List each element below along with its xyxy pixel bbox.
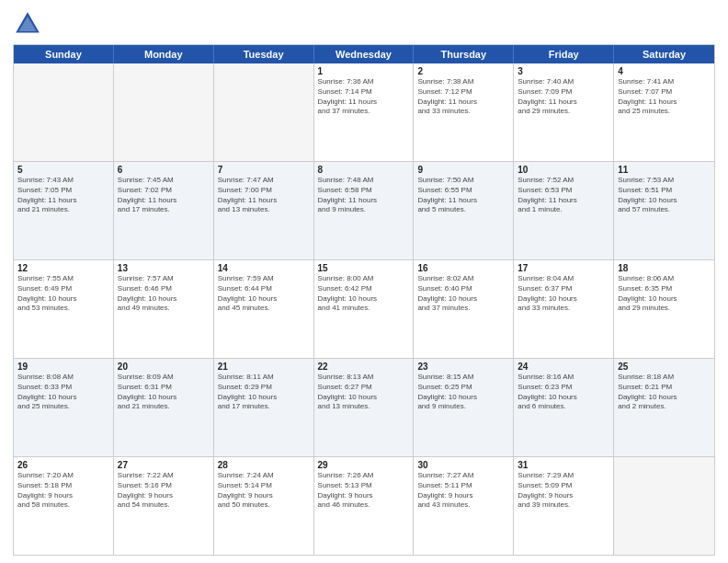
day-info: Sunrise: 7:26 AM Sunset: 5:13 PM Dayligh… — [318, 471, 410, 511]
calendar-cell: 22Sunrise: 8:13 AM Sunset: 6:27 PM Dayli… — [314, 359, 415, 456]
calendar-cell: 10Sunrise: 7:52 AM Sunset: 6:53 PM Dayli… — [514, 162, 614, 259]
calendar-cell — [214, 63, 314, 161]
day-number: 7 — [218, 165, 310, 175]
day-number: 10 — [518, 165, 609, 175]
day-info: Sunrise: 8:11 AM Sunset: 6:29 PM Dayligh… — [218, 373, 310, 412]
calendar-week: 12Sunrise: 7:55 AM Sunset: 6:49 PM Dayli… — [14, 260, 714, 359]
day-info: Sunrise: 7:52 AM Sunset: 6:53 PM Dayligh… — [518, 176, 609, 215]
calendar-week: 19Sunrise: 8:08 AM Sunset: 6:33 PM Dayli… — [14, 359, 714, 457]
day-number: 9 — [417, 165, 509, 175]
day-info: Sunrise: 7:57 AM Sunset: 6:46 PM Dayligh… — [118, 274, 210, 314]
day-number: 4 — [618, 66, 711, 76]
day-number: 18 — [618, 263, 711, 273]
calendar-body: 1Sunrise: 7:36 AM Sunset: 7:14 PM Daylig… — [14, 63, 714, 555]
calendar-cell: 3Sunrise: 7:40 AM Sunset: 7:09 PM Daylig… — [514, 63, 614, 161]
calendar-cell: 8Sunrise: 7:48 AM Sunset: 6:58 PM Daylig… — [314, 162, 415, 259]
day-number: 3 — [518, 66, 609, 76]
calendar-cell: 7Sunrise: 7:47 AM Sunset: 7:00 PM Daylig… — [214, 162, 314, 259]
weekday-header: Sunday — [14, 45, 114, 63]
day-info: Sunrise: 7:48 AM Sunset: 6:58 PM Dayligh… — [318, 176, 410, 215]
day-number: 15 — [318, 263, 410, 273]
calendar-cell: 28Sunrise: 7:24 AM Sunset: 5:14 PM Dayli… — [214, 457, 314, 555]
day-info: Sunrise: 8:09 AM Sunset: 6:31 PM Dayligh… — [118, 373, 210, 412]
day-number: 2 — [417, 66, 509, 76]
day-number: 20 — [118, 362, 210, 372]
day-number: 16 — [417, 263, 509, 273]
day-number: 31 — [518, 460, 609, 470]
day-info: Sunrise: 7:50 AM Sunset: 6:55 PM Dayligh… — [417, 176, 509, 215]
day-info: Sunrise: 7:20 AM Sunset: 5:18 PM Dayligh… — [17, 471, 109, 511]
calendar-cell — [14, 63, 114, 161]
calendar-cell: 20Sunrise: 8:09 AM Sunset: 6:31 PM Dayli… — [114, 359, 214, 456]
day-info: Sunrise: 7:22 AM Sunset: 5:16 PM Dayligh… — [118, 471, 210, 511]
calendar-cell: 21Sunrise: 8:11 AM Sunset: 6:29 PM Dayli… — [214, 359, 314, 456]
calendar-cell: 19Sunrise: 8:08 AM Sunset: 6:33 PM Dayli… — [14, 359, 114, 456]
day-number: 24 — [518, 362, 609, 372]
day-info: Sunrise: 8:06 AM Sunset: 6:35 PM Dayligh… — [618, 274, 711, 314]
calendar-cell: 6Sunrise: 7:45 AM Sunset: 7:02 PM Daylig… — [114, 162, 214, 259]
calendar-week: 26Sunrise: 7:20 AM Sunset: 5:18 PM Dayli… — [14, 457, 714, 555]
calendar-cell: 26Sunrise: 7:20 AM Sunset: 5:18 PM Dayli… — [14, 457, 114, 555]
day-info: Sunrise: 7:27 AM Sunset: 5:11 PM Dayligh… — [417, 471, 509, 511]
day-info: Sunrise: 8:08 AM Sunset: 6:33 PM Dayligh… — [17, 373, 109, 412]
day-number: 1 — [318, 66, 410, 76]
day-info: Sunrise: 8:04 AM Sunset: 6:37 PM Dayligh… — [518, 274, 609, 314]
day-number: 23 — [417, 362, 509, 372]
calendar-cell: 27Sunrise: 7:22 AM Sunset: 5:16 PM Dayli… — [114, 457, 214, 555]
day-info: Sunrise: 7:47 AM Sunset: 7:00 PM Dayligh… — [218, 176, 310, 215]
day-info: Sunrise: 7:38 AM Sunset: 7:12 PM Dayligh… — [417, 77, 509, 117]
calendar-cell: 31Sunrise: 7:29 AM Sunset: 5:09 PM Dayli… — [514, 457, 614, 555]
day-info: Sunrise: 8:00 AM Sunset: 6:42 PM Dayligh… — [318, 274, 410, 314]
weekday-header: Saturday — [614, 45, 714, 63]
day-info: Sunrise: 8:02 AM Sunset: 6:40 PM Dayligh… — [417, 274, 509, 314]
weekday-header: Monday — [114, 45, 214, 63]
day-info: Sunrise: 7:40 AM Sunset: 7:09 PM Dayligh… — [518, 77, 609, 117]
weekday-header: Thursday — [414, 45, 514, 63]
calendar-cell: 2Sunrise: 7:38 AM Sunset: 7:12 PM Daylig… — [414, 63, 514, 161]
calendar-cell: 4Sunrise: 7:41 AM Sunset: 7:07 PM Daylig… — [614, 63, 714, 161]
day-number: 5 — [17, 165, 109, 175]
calendar-cell: 11Sunrise: 7:53 AM Sunset: 6:51 PM Dayli… — [614, 162, 714, 259]
calendar-week: 5Sunrise: 7:43 AM Sunset: 7:05 PM Daylig… — [14, 162, 714, 260]
day-info: Sunrise: 7:45 AM Sunset: 7:02 PM Dayligh… — [118, 176, 210, 215]
calendar-cell: 15Sunrise: 8:00 AM Sunset: 6:42 PM Dayli… — [314, 260, 415, 358]
day-number: 12 — [17, 263, 109, 273]
day-number: 8 — [318, 165, 410, 175]
calendar-cell: 17Sunrise: 8:04 AM Sunset: 6:37 PM Dayli… — [514, 260, 614, 358]
calendar-cell: 14Sunrise: 7:59 AM Sunset: 6:44 PM Dayli… — [214, 260, 314, 358]
day-info: Sunrise: 7:41 AM Sunset: 7:07 PM Dayligh… — [618, 77, 711, 117]
day-info: Sunrise: 8:15 AM Sunset: 6:25 PM Dayligh… — [417, 373, 509, 412]
day-number: 25 — [618, 362, 711, 372]
calendar: SundayMondayTuesdayWednesdayThursdayFrid… — [13, 44, 715, 556]
day-info: Sunrise: 8:18 AM Sunset: 6:21 PM Dayligh… — [618, 373, 711, 412]
calendar-cell: 29Sunrise: 7:26 AM Sunset: 5:13 PM Dayli… — [314, 457, 415, 555]
page: SundayMondayTuesdayWednesdayThursdayFrid… — [0, 0, 728, 563]
day-info: Sunrise: 7:29 AM Sunset: 5:09 PM Dayligh… — [518, 471, 609, 511]
day-info: Sunrise: 8:13 AM Sunset: 6:27 PM Dayligh… — [318, 373, 410, 412]
calendar-header: SundayMondayTuesdayWednesdayThursdayFrid… — [14, 45, 714, 63]
day-info: Sunrise: 7:55 AM Sunset: 6:49 PM Dayligh… — [17, 274, 109, 314]
day-number: 28 — [218, 460, 310, 470]
weekday-header: Friday — [514, 45, 614, 63]
day-number: 27 — [118, 460, 210, 470]
day-number: 14 — [218, 263, 310, 273]
calendar-cell: 5Sunrise: 7:43 AM Sunset: 7:05 PM Daylig… — [14, 162, 114, 259]
day-number: 29 — [318, 460, 410, 470]
day-number: 11 — [618, 165, 711, 175]
calendar-cell: 24Sunrise: 8:16 AM Sunset: 6:23 PM Dayli… — [514, 359, 614, 456]
calendar-cell — [614, 457, 714, 555]
calendar-cell: 12Sunrise: 7:55 AM Sunset: 6:49 PM Dayli… — [14, 260, 114, 358]
calendar-cell: 23Sunrise: 8:15 AM Sunset: 6:25 PM Dayli… — [414, 359, 514, 456]
calendar-cell — [114, 63, 214, 161]
day-info: Sunrise: 7:36 AM Sunset: 7:14 PM Dayligh… — [318, 77, 410, 117]
day-number: 19 — [17, 362, 109, 372]
day-info: Sunrise: 7:53 AM Sunset: 6:51 PM Dayligh… — [618, 176, 711, 215]
calendar-cell: 16Sunrise: 8:02 AM Sunset: 6:40 PM Dayli… — [414, 260, 514, 358]
calendar-cell: 13Sunrise: 7:57 AM Sunset: 6:46 PM Dayli… — [114, 260, 214, 358]
day-number: 26 — [17, 460, 109, 470]
day-number: 17 — [518, 263, 609, 273]
day-info: Sunrise: 7:43 AM Sunset: 7:05 PM Dayligh… — [17, 176, 109, 215]
logo-icon — [13, 9, 42, 39]
day-number: 30 — [417, 460, 509, 470]
day-number: 13 — [118, 263, 210, 273]
